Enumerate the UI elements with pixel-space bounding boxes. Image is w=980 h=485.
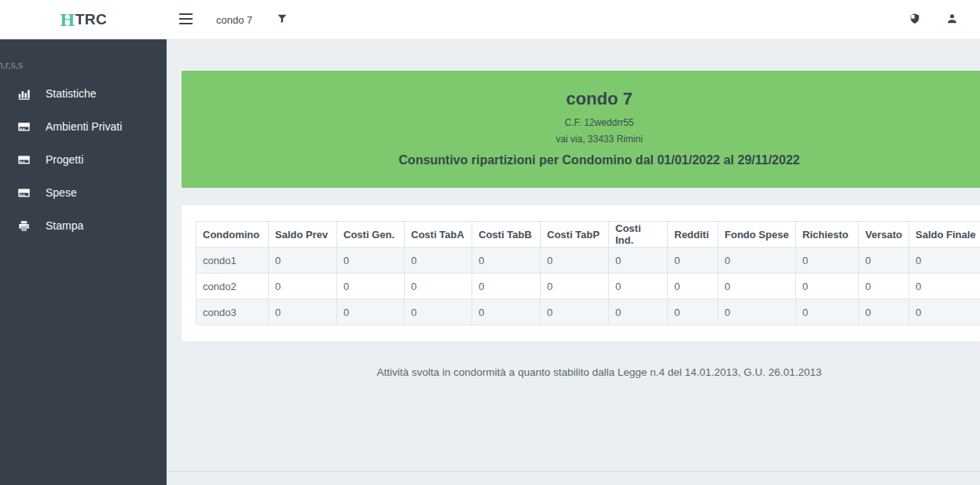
table-cell: condo3: [196, 299, 269, 325]
top-header: HTRC condo 7: [0, 0, 980, 39]
sidebar-item-label: Progetti: [46, 153, 83, 166]
table-cell: 0: [909, 299, 980, 325]
table-cell: 0: [796, 299, 859, 325]
column-header: Saldo Prev: [269, 222, 337, 248]
card-list-icon: [17, 120, 31, 134]
sidebar-item-statistiche[interactable]: Statistiche: [0, 77, 167, 110]
condo-address: vai via, 33433 Rimini: [182, 134, 980, 145]
table-cell: 0: [796, 248, 859, 274]
table-cell: 0: [541, 248, 609, 274]
main-content: condo 7 C.F. 12weddrr55 vai via, 33433 R…: [167, 39, 980, 485]
table-cell: 0: [668, 248, 718, 274]
sidebar-item-label: Spese: [46, 186, 77, 199]
filter-button[interactable]: [273, 9, 292, 31]
table-cell: 0: [337, 248, 405, 274]
column-header: Costi Gen.: [337, 222, 405, 248]
column-header: Condomino: [196, 222, 269, 248]
table-cell: 0: [909, 274, 980, 299]
table-cell: 0: [269, 248, 337, 274]
table-cell: 0: [472, 299, 541, 325]
column-header: Saldo Finale: [909, 222, 980, 248]
sidebar-item-ambienti-privati[interactable]: Ambienti Privati: [0, 110, 167, 143]
app-window: HTRC condo 7: [0, 0, 980, 485]
sidebar-item-label: Statistiche: [46, 87, 97, 100]
table-cell: 0: [609, 274, 668, 299]
table-cell: 0: [718, 299, 796, 325]
sidebar: n,r,s,s Statistiche Ambienti Privati Pro…: [0, 39, 167, 485]
table-cell: 0: [337, 274, 405, 299]
table-cell: 0: [909, 248, 980, 274]
card-list-icon: [17, 186, 31, 200]
table-cell: 0: [859, 248, 909, 274]
table-cell: 0: [472, 274, 541, 299]
current-condo-label: condo 7: [216, 14, 252, 26]
column-header: Richiesto: [796, 222, 859, 248]
table-cell: 0: [541, 274, 609, 299]
menu-toggle-button[interactable]: [176, 10, 196, 30]
report-subtitle: Consuntivo ripartizioni per Condomino da…: [182, 153, 980, 167]
table-row: condo300000000000: [196, 299, 980, 325]
app-logo[interactable]: HTRC: [0, 10, 167, 30]
table-cell: 0: [609, 299, 668, 325]
sidebar-user-label: n,r,s,s: [0, 60, 167, 71]
table-cell: 0: [859, 299, 909, 325]
table-cell: 0: [405, 248, 472, 274]
sidebar-item-stampa[interactable]: Stampa: [0, 209, 167, 242]
sidebar-item-spese[interactable]: Spese: [0, 176, 167, 209]
report-card: CondominoSaldo PrevCosti Gen.Costi TabAC…: [182, 205, 980, 341]
person-icon: [946, 13, 958, 27]
column-header: Costi TabA: [405, 222, 472, 248]
table-cell: 0: [718, 274, 796, 299]
table-cell: 0: [668, 299, 718, 325]
condo-summary-banner: condo 7 C.F. 12weddrr55 vai via, 33433 R…: [182, 71, 980, 188]
table-row: condo200000000000: [196, 274, 980, 299]
column-header: Versato: [859, 222, 909, 248]
table-cell: 0: [859, 274, 909, 299]
table-cell: 0: [668, 274, 718, 299]
table-cell: 0: [269, 299, 337, 325]
table-cell: 0: [269, 274, 337, 299]
table-cell: 0: [718, 248, 796, 274]
report-table: CondominoSaldo PrevCosti Gen.Costi TabAC…: [196, 221, 980, 325]
column-header: Fondo Spese: [718, 222, 796, 248]
table-cell: 0: [796, 274, 859, 299]
column-header: Costi Ind.: [609, 222, 668, 248]
page-body: condo 7 C.F. 12weddrr55 vai via, 33433 R…: [167, 40, 980, 471]
table-cell: 0: [609, 248, 668, 274]
table-cell: 0: [472, 248, 541, 274]
table-row: condo100000000000: [196, 248, 980, 274]
sidebar-item-label: Stampa: [46, 219, 83, 232]
account-button[interactable]: [943, 9, 961, 30]
legal-note: Attività svolta in condormità a quanto s…: [182, 366, 980, 378]
logo-accent-letter: H: [60, 10, 75, 30]
sidebar-item-label: Ambienti Privati: [46, 120, 122, 133]
table-body: condo100000000000condo200000000000condo3…: [196, 248, 980, 325]
column-header: Redditi: [668, 222, 718, 248]
column-header: Costi TabP: [541, 222, 609, 248]
table-header: CondominoSaldo PrevCosti Gen.Costi TabAC…: [196, 222, 980, 248]
bar-chart-icon: [17, 87, 31, 101]
table-cell: 0: [405, 299, 472, 325]
hamburger-icon: [179, 13, 193, 27]
shield-icon: [908, 13, 921, 28]
table-cell: 0: [337, 299, 405, 325]
page-footer-strip: [167, 471, 980, 485]
column-header: Costi TabB: [472, 222, 541, 248]
table-cell: condo1: [196, 248, 269, 274]
table-cell: 0: [541, 299, 609, 325]
sidebar-nav: Statistiche Ambienti Privati Progetti Sp…: [0, 77, 167, 242]
fiscal-code: C.F. 12weddrr55: [182, 117, 980, 128]
condo-title: condo 7: [182, 89, 980, 109]
security-button[interactable]: [905, 9, 924, 31]
card-list-icon: [17, 153, 31, 167]
sidebar-item-progetti[interactable]: Progetti: [0, 143, 167, 176]
filter-icon: [276, 13, 288, 28]
printer-icon: [17, 219, 31, 233]
table-cell: condo2: [196, 274, 269, 299]
table-cell: 0: [405, 274, 472, 299]
logo-rest: TRC: [75, 11, 108, 28]
